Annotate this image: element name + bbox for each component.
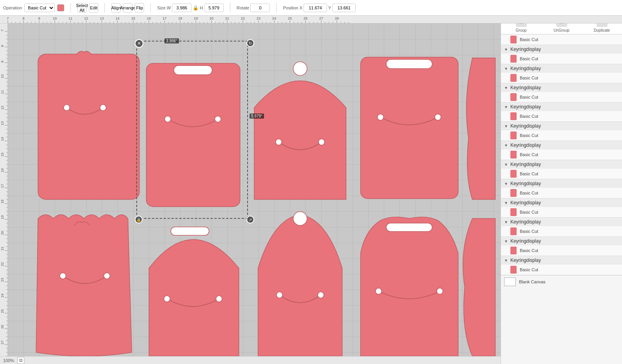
layer-group-header-5[interactable]: ▼ Keyringdisplay xyxy=(501,141,622,150)
layer-color-0 xyxy=(510,55,517,63)
layer-group-name-7: Keyringdisplay xyxy=(510,181,541,186)
layer-item-5[interactable]: Basic Cut xyxy=(501,150,622,160)
layer-color-2 xyxy=(510,93,517,101)
chevron-icon-9: ▼ xyxy=(504,220,508,224)
svg-point-9 xyxy=(318,139,325,145)
shape-10-partial[interactable] xyxy=(463,218,495,356)
handle-rotate[interactable]: ↻ xyxy=(246,39,254,47)
chevron-icon-7: ▼ xyxy=(504,182,508,186)
layer-group-11: ▼ Keyringdisplay Basic Cut xyxy=(501,256,622,275)
shape-6[interactable] xyxy=(36,215,132,356)
select-all-group: Select All Edit xyxy=(77,3,98,13)
position-y-label: Y xyxy=(328,5,331,10)
layer-item-4[interactable]: Basic Cut xyxy=(501,130,622,141)
svg-point-21 xyxy=(318,292,324,298)
size-h-input[interactable] xyxy=(204,4,224,12)
layer-group-header-6[interactable]: ▼ Keyringdisplay xyxy=(501,160,622,169)
chevron-icon-0: ▼ xyxy=(504,47,508,52)
handle-lock[interactable]: 🔒 xyxy=(135,216,143,223)
svg-point-6 xyxy=(215,116,221,122)
layer-group-top: Basic Cut xyxy=(501,34,622,45)
layer-group-header-9[interactable]: ▼ Keyringdisplay xyxy=(501,218,622,226)
layer-group-header-2[interactable]: ▼ Keyringdisplay xyxy=(501,83,622,92)
rotate-label: Rotate xyxy=(237,5,249,10)
layer-group-header-7[interactable]: ▼ Keyringdisplay xyxy=(501,179,622,188)
svg-point-2 xyxy=(100,105,106,111)
select-all-button[interactable]: Select All xyxy=(77,3,87,13)
main-canvas-svg[interactable] xyxy=(8,23,501,356)
layer-item-10[interactable]: Basic Cut xyxy=(501,245,622,256)
operation-color-swatch[interactable] xyxy=(57,4,64,11)
layer-color-5 xyxy=(510,151,517,159)
rotate-input[interactable] xyxy=(250,4,270,12)
operation-group: Operation Basic Cut xyxy=(3,4,64,12)
svg-rect-0 xyxy=(38,54,139,199)
chevron-icon-10: ▼ xyxy=(504,239,508,243)
shape-9[interactable] xyxy=(361,217,458,356)
align-button[interactable]: Align xyxy=(111,3,121,13)
layer-label-top: Basic Cut xyxy=(520,37,619,42)
flip-button[interactable]: Flip xyxy=(135,3,144,13)
layer-item-7[interactable]: Basic Cut xyxy=(501,188,622,198)
bottom-bar: 100% ⊡ xyxy=(0,356,501,364)
svg-point-24 xyxy=(437,288,443,294)
shape-8[interactable] xyxy=(258,212,342,356)
layer-group-header-8[interactable]: ▼ Keyringdisplay xyxy=(501,198,622,207)
layer-group-header-1[interactable]: ▼ Keyringdisplay xyxy=(501,64,622,73)
size-w-input[interactable] xyxy=(172,4,192,12)
arrange-button[interactable]: Arrange xyxy=(123,3,132,13)
layer-item-0[interactable]: Basic Cut xyxy=(501,54,622,64)
sep4 xyxy=(230,3,230,13)
layer-group-9: ▼ Keyringdisplay Basic Cut xyxy=(501,218,622,237)
operation-select[interactable]: Basic Cut xyxy=(24,4,55,12)
ruler-horizontal xyxy=(0,16,622,23)
layer-group-1: ▼ Keyringdisplay Basic Cut xyxy=(501,64,622,83)
layer-group-header-3[interactable]: ▼ Keyringdisplay xyxy=(501,103,622,111)
svg-point-15 xyxy=(104,273,110,279)
align-group: Align Arrange Flip xyxy=(111,3,144,13)
edit-label: Edit xyxy=(90,5,98,10)
layer-group-10: ▼ Keyringdisplay Basic Cut xyxy=(501,237,622,256)
layer-item-11[interactable]: Basic Cut xyxy=(501,265,622,275)
svg-rect-10 xyxy=(361,57,458,198)
canvas-area[interactable]: ✕ ↻ 🔒 ↗ 3.986° 5.979° xyxy=(8,23,501,356)
layer-item-1[interactable]: Basic Cut xyxy=(501,73,622,83)
shape-2-selected[interactable] xyxy=(146,63,240,207)
align-label: Align xyxy=(111,5,121,10)
size-label: Size xyxy=(157,5,165,10)
layer-group-0: ▼ Keyringdisplay Basic Cut xyxy=(501,45,622,64)
handle-scale[interactable]: ↗ xyxy=(246,216,254,223)
layer-group-name-5: Keyringdisplay xyxy=(510,142,541,148)
position-x-label: X xyxy=(300,5,302,10)
svg-point-7 xyxy=(293,62,307,76)
layer-group-header-11[interactable]: ▼ Keyringdisplay xyxy=(501,256,622,265)
layer-group-2: ▼ Keyringdisplay Basic Cut xyxy=(501,83,622,103)
layer-color-3 xyxy=(510,112,517,120)
layer-item-2[interactable]: Basic Cut xyxy=(501,92,622,102)
handle-close[interactable]: ✕ xyxy=(135,39,143,48)
shape-3[interactable] xyxy=(254,62,346,200)
position-label: Position xyxy=(283,5,298,10)
layer-color-9 xyxy=(510,227,517,235)
layer-group-header-10[interactable]: ▼ Keyringdisplay xyxy=(501,237,622,245)
layer-color-4 xyxy=(510,132,517,139)
layer-item-9[interactable]: Basic Cut xyxy=(501,226,622,236)
layer-group-header-0[interactable]: ▼ Keyringdisplay xyxy=(501,45,622,54)
position-y-input[interactable] xyxy=(332,4,356,12)
shape-4[interactable] xyxy=(361,57,458,198)
layer-item-3[interactable]: Basic Cut xyxy=(501,111,622,121)
shape-7[interactable] xyxy=(149,227,239,356)
arrange-label: Arrange xyxy=(120,5,136,10)
position-x-input[interactable] xyxy=(304,4,327,12)
layer-item-top[interactable]: Basic Cut xyxy=(501,34,622,45)
layer-group-3: ▼ Keyringdisplay Basic Cut xyxy=(501,103,622,122)
shape-5-partial[interactable] xyxy=(466,58,495,199)
shape-1[interactable] xyxy=(38,51,139,199)
svg-rect-11 xyxy=(386,59,432,68)
layer-item-6[interactable]: Basic Cut xyxy=(501,169,622,179)
edit-button[interactable]: Edit xyxy=(89,3,98,13)
layer-group-name-3: Keyringdisplay xyxy=(510,104,541,110)
layer-group-header-4[interactable]: ▼ Keyringdisplay xyxy=(501,122,622,130)
layer-item-8[interactable]: Basic Cut xyxy=(501,207,622,217)
fit-canvas-button[interactable]: ⊡ xyxy=(17,357,24,364)
